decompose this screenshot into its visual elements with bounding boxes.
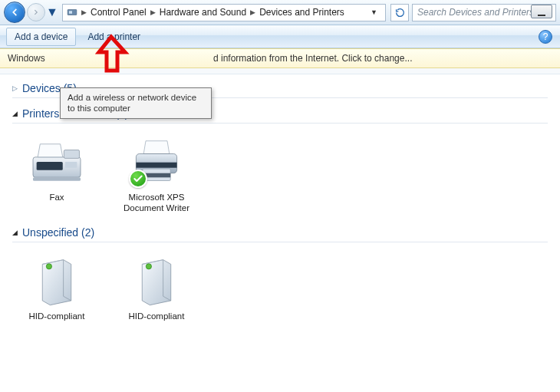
breadcrumb-segment[interactable]: Hardware and Sound bbox=[157, 7, 249, 18]
group-printers: ◢ Printers and Faxes (2) bbox=[12, 104, 548, 217]
search-placeholder: Search Devices and Printers bbox=[417, 7, 534, 18]
infobar-text-suffix: d information from the Internet. Click t… bbox=[213, 53, 412, 64]
device-icon bbox=[18, 253, 95, 308]
svg-point-12 bbox=[146, 263, 151, 268]
collapse-icon: ◢ bbox=[12, 110, 18, 117]
item-label: Microsoft XPS Document Writer bbox=[118, 193, 195, 214]
printer-icon bbox=[118, 134, 195, 189]
tooltip: Add a wireless or network device to this… bbox=[60, 87, 212, 119]
group-header-unspecified[interactable]: ◢ Unspecified (2) bbox=[12, 223, 548, 242]
group-name: Unspecified bbox=[22, 226, 78, 239]
breadcrumb-segment[interactable]: Devices and Printers bbox=[257, 7, 347, 18]
device-item-xps[interactable]: Microsoft XPS Document Writer bbox=[118, 134, 195, 214]
expand-icon: ▷ bbox=[12, 84, 18, 92]
item-label: Fax bbox=[18, 193, 95, 203]
breadcrumb[interactable]: ▶ Control Panel ▶ Hardware and Sound ▶ D… bbox=[62, 4, 386, 21]
group-name: Devices bbox=[22, 82, 61, 94]
refresh-button[interactable] bbox=[390, 4, 409, 21]
breadcrumb-segment[interactable]: Control Panel bbox=[88, 7, 149, 18]
breadcrumb-separator: ▶ bbox=[149, 8, 157, 16]
svg-rect-6 bbox=[33, 177, 81, 181]
help-icon[interactable]: ? bbox=[539, 30, 552, 44]
device-item-fax[interactable]: Fax bbox=[18, 134, 95, 214]
toolbar: Add a device Add a printer ? bbox=[0, 25, 560, 48]
address-dropdown[interactable]: ▼ bbox=[366, 8, 382, 16]
default-check-icon bbox=[129, 170, 147, 188]
device-item-hid[interactable]: HID-compliant bbox=[118, 253, 195, 322]
info-bar[interactable]: Windows d information from the Internet.… bbox=[0, 48, 560, 68]
svg-rect-1 bbox=[69, 11, 72, 14]
breadcrumb-separator: ▶ bbox=[249, 8, 257, 16]
collapse-icon: ◢ bbox=[12, 229, 18, 236]
svg-rect-5 bbox=[65, 162, 77, 168]
svg-rect-8 bbox=[136, 163, 176, 168]
svg-rect-3 bbox=[64, 150, 79, 159]
add-device-button[interactable]: Add a device bbox=[6, 28, 76, 46]
forward-button bbox=[27, 3, 45, 21]
device-item-hid[interactable]: HID-compliant bbox=[18, 253, 95, 322]
address-bar: ▼ ▶ Control Panel ▶ Hardware and Sound ▶… bbox=[0, 0, 560, 25]
infobar-text-prefix: Windows bbox=[8, 53, 45, 64]
group-count: (2) bbox=[81, 226, 94, 239]
breadcrumb-separator: ▶ bbox=[80, 8, 88, 16]
svg-point-11 bbox=[46, 263, 51, 268]
item-label: HID-compliant bbox=[118, 311, 195, 322]
content-area: ▷ Devices (5) ◢ Printers and Faxes (2) bbox=[0, 74, 560, 392]
back-button[interactable] bbox=[4, 2, 25, 23]
svg-rect-4 bbox=[37, 162, 63, 170]
fax-icon bbox=[18, 134, 95, 189]
device-icon bbox=[118, 253, 195, 308]
history-dropdown[interactable]: ▼ bbox=[47, 4, 58, 21]
minimize-button[interactable] bbox=[531, 5, 552, 18]
item-label: HID-compliant bbox=[18, 311, 95, 322]
add-printer-button[interactable]: Add a printer bbox=[79, 28, 149, 46]
group-unspecified: ◢ Unspecified (2) bbox=[12, 223, 548, 325]
devices-icon bbox=[66, 6, 78, 18]
